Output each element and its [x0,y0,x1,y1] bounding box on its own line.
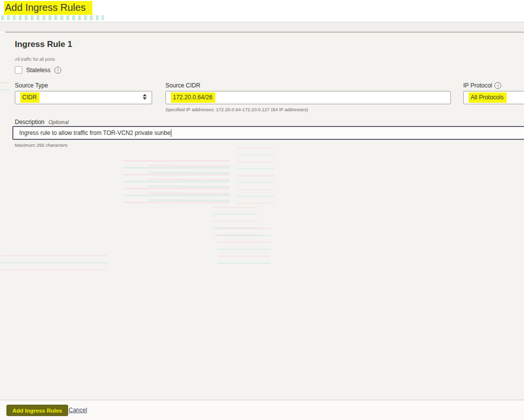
add-ingress-rules-page: Add Ingress Rules Ingress Rule 1 All tra… [0,0,524,420]
source-type-select[interactable]: CIDR [15,91,152,104]
source-type-value: CIDR [20,92,40,103]
ip-protocol-label: IP Protocol i [463,82,501,89]
rule-subtext: All traffic for all ports [15,57,55,62]
description-helper: Maximum 255 characters [15,142,68,148]
ghost-artifact [217,228,271,268]
source-cidr-helper: Specified IP addresses: 172.20.0.64-172.… [165,107,308,112]
ghost-artifact [237,147,274,209]
page-title: Add Ingress Rules [4,2,92,13]
ingress-rule-panel: Ingress Rule 1 All traffic for all ports… [0,33,524,400]
ghost-artifact [1,15,104,20]
header-strip [0,22,524,32]
ghost-artifact [1,255,107,273]
footer-bar: Add Ingress Rules Cancel [0,400,524,420]
info-icon[interactable]: i [494,82,501,89]
ip-protocol-label-text: IP Protocol [463,82,492,89]
description-label-row: DescriptionOptional [15,119,69,126]
source-cidr-input[interactable]: 172.20.0.64/26 [165,91,451,104]
description-input[interactable]: Ingress rule to allow traffic from TOR-V… [12,126,524,140]
source-cidr-value: 172.20.0.64/26 [171,92,215,103]
ghost-artifact [0,82,9,93]
ip-protocol-select[interactable]: All Protocols [463,91,524,104]
cancel-link[interactable]: Cancel [69,407,87,414]
source-cidr-label: Source CIDR [165,82,201,89]
ghost-artifact [123,160,230,205]
ip-protocol-value: All Protocols [469,92,507,103]
description-value: Ingress rule to allow traffic from TOR-V… [19,129,170,136]
text-caret [171,129,171,137]
select-chevron-icon [143,94,147,100]
stateless-label: Stateless [26,67,50,74]
source-type-label: Source Type [15,82,48,89]
description-label: Description [15,119,44,126]
stateless-checkbox[interactable] [15,66,22,74]
ghost-artifact [148,165,230,205]
ghost-artifact [212,207,257,236]
page-title-highlight: Add Ingress Rules [4,1,92,15]
rule-heading: Ingress Rule 1 [15,40,72,49]
add-ingress-rules-button[interactable]: Add Ingress Rules [6,405,68,416]
info-icon[interactable]: i [54,67,61,74]
description-optional-label: Optional [48,119,69,125]
stateless-row: Stateless i [15,66,61,74]
